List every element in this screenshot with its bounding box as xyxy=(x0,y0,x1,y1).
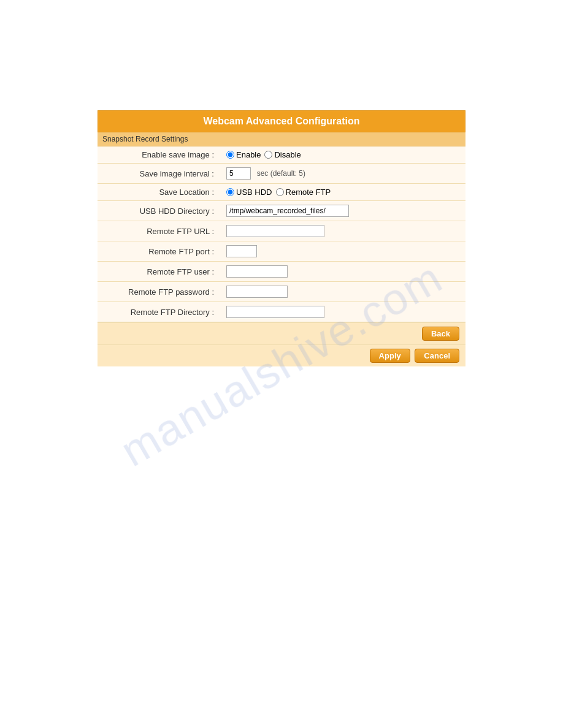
save-image-interval-hint: sec (default: 5) xyxy=(257,169,305,178)
save-location-value-cell: USB HDD Remote FTP xyxy=(220,184,465,201)
disable-radio-text: Disable xyxy=(274,150,301,159)
usb-hdd-radio-text: USB HDD xyxy=(236,188,272,197)
save-image-interval-label: Save image interval : xyxy=(98,164,220,184)
save-image-interval-value-cell: sec (default: 5) xyxy=(220,164,465,184)
disable-radio-label[interactable]: Disable xyxy=(264,150,301,159)
remote-ftp-directory-label: Remote FTP Directory : xyxy=(98,302,220,322)
remote-ftp-port-value-cell xyxy=(220,241,465,262)
enable-save-image-value: Enable Disable xyxy=(220,146,465,164)
enable-disable-group: Enable Disable xyxy=(226,150,459,159)
enable-save-image-label: Enable save image : xyxy=(98,146,220,164)
remote-ftp-port-label: Remote FTP port : xyxy=(98,241,220,262)
remote-ftp-url-label: Remote FTP URL : xyxy=(98,221,220,241)
main-container: Webcam Advanced Configuration Snapshot R… xyxy=(98,110,465,366)
cancel-button[interactable]: Cancel xyxy=(415,349,459,363)
section-header: Snapshot Record Settings xyxy=(98,132,465,146)
table-row: Save Location : USB HDD Remote FTP xyxy=(98,184,465,201)
table-row: Remote FTP password : xyxy=(98,282,465,302)
save-location-group: USB HDD Remote FTP xyxy=(226,188,459,197)
usb-hdd-radio-label[interactable]: USB HDD xyxy=(226,188,272,197)
table-row: Enable save image : Enable Disable xyxy=(98,146,465,164)
remote-ftp-user-value-cell xyxy=(220,262,465,282)
form-table: Enable save image : Enable Disable Save … xyxy=(98,146,465,322)
usb-hdd-directory-input[interactable] xyxy=(226,205,349,217)
remote-ftp-radio[interactable] xyxy=(276,188,284,196)
remote-ftp-password-label: Remote FTP password : xyxy=(98,282,220,302)
table-row: Remote FTP URL : xyxy=(98,221,465,241)
table-row: USB HDD Directory : xyxy=(98,201,465,221)
remote-ftp-password-value-cell xyxy=(220,282,465,302)
usb-hdd-directory-value-cell xyxy=(220,201,465,221)
apply-button[interactable]: Apply xyxy=(370,349,410,363)
back-button[interactable]: Back xyxy=(422,327,459,341)
enable-radio-label[interactable]: Enable xyxy=(226,150,261,159)
disable-radio[interactable] xyxy=(264,151,272,159)
back-button-row: Back xyxy=(98,322,465,344)
remote-ftp-url-value-cell xyxy=(220,221,465,241)
remote-ftp-password-input[interactable] xyxy=(226,286,288,298)
enable-radio-text: Enable xyxy=(236,150,261,159)
remote-ftp-directory-value-cell xyxy=(220,302,465,322)
remote-ftp-user-input[interactable] xyxy=(226,265,288,278)
remote-ftp-url-input[interactable] xyxy=(226,225,324,237)
save-image-interval-input[interactable] xyxy=(226,167,251,180)
apply-cancel-button-row: Apply Cancel xyxy=(98,344,465,366)
remote-ftp-radio-text: Remote FTP xyxy=(286,188,331,197)
remote-ftp-port-input[interactable] xyxy=(226,245,257,257)
remote-ftp-radio-label[interactable]: Remote FTP xyxy=(276,188,331,197)
table-row: Remote FTP user : xyxy=(98,262,465,282)
table-row: Save image interval : sec (default: 5) xyxy=(98,164,465,184)
table-row: Remote FTP Directory : xyxy=(98,302,465,322)
usb-hdd-radio[interactable] xyxy=(226,188,234,196)
remote-ftp-user-label: Remote FTP user : xyxy=(98,262,220,282)
usb-hdd-directory-label: USB HDD Directory : xyxy=(98,201,220,221)
page-title: Webcam Advanced Configuration xyxy=(98,110,465,132)
remote-ftp-directory-input[interactable] xyxy=(226,306,324,318)
enable-radio[interactable] xyxy=(226,151,234,159)
table-row: Remote FTP port : xyxy=(98,241,465,262)
save-location-label: Save Location : xyxy=(98,184,220,201)
